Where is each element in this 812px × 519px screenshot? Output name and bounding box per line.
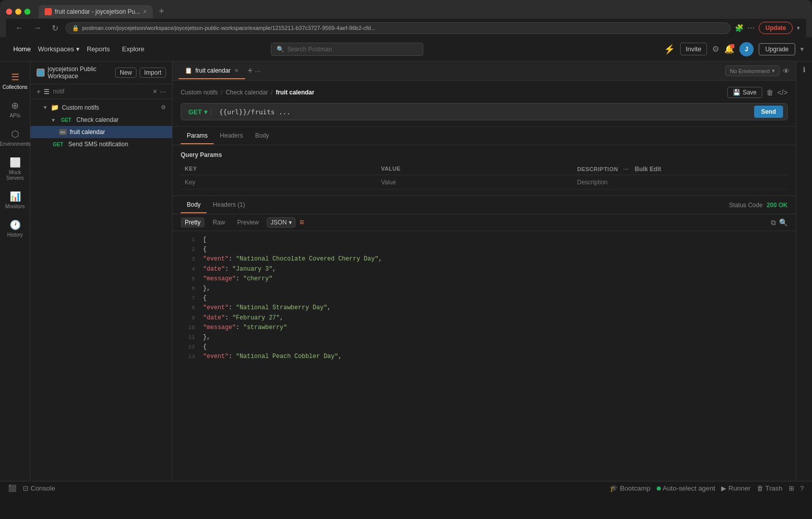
tab-fruit-calendar[interactable]: 📋 fruit calendar × — [179, 63, 245, 79]
search-bar[interactable]: 🔍 Search Postman — [271, 43, 423, 56]
extensions-btn[interactable]: 🧩 — [735, 24, 743, 32]
nav-explore[interactable]: Explore — [117, 43, 150, 55]
import-btn[interactable]: Import — [140, 68, 166, 78]
method-selector[interactable]: GET ▾ — [185, 108, 211, 116]
nav-home[interactable]: Home — [8, 43, 36, 55]
console-btn[interactable]: ⊡ Console — [23, 484, 55, 492]
collection-folder-custom-notifs[interactable]: ▼ 📁 Custom notifs ⚙ — [30, 101, 172, 114]
environments-icon: ⬡ — [11, 128, 19, 140]
upgrade-chevron[interactable]: ▾ — [800, 45, 804, 53]
search-response-btn[interactable]: 🔍 — [779, 218, 788, 227]
params-table: KEY VALUE DESCRIPTION ··· Bulk Edit — [181, 163, 788, 189]
save-btn[interactable]: 💾 Save — [727, 87, 762, 98]
description-input[interactable] — [577, 179, 784, 186]
collection-filter-input[interactable] — [53, 88, 150, 95]
sidebar-item-history[interactable]: 🕐 History — [1, 215, 29, 242]
req-tab-headers[interactable]: Headers — [214, 128, 249, 144]
sidebar-item-environments[interactable]: ⬡ Environments — [1, 124, 29, 151]
browser-tab-title: fruit calendar - joycejetson Pu... — [55, 8, 140, 15]
request-tabs: Params Headers Body — [173, 127, 796, 145]
workspace-name: joycejetson Public Workspace — [48, 66, 112, 80]
add-item-btn[interactable]: + — [37, 87, 41, 95]
method-badge-get: GET — [59, 117, 74, 123]
res-tab-headers[interactable]: Headers (1) — [207, 197, 251, 213]
sidebar-item-mock-servers[interactable]: ⬜ Mock Servers — [1, 153, 29, 185]
new-btn[interactable]: New — [115, 68, 137, 78]
req-tab-body[interactable]: Body — [249, 128, 275, 144]
upgrade-btn[interactable]: Upgrade — [759, 43, 795, 55]
key-input[interactable] — [185, 179, 373, 186]
chevron-down-icon: ▼ — [43, 105, 48, 110]
notifications-icon-btn[interactable]: 🔔 — [724, 44, 734, 54]
update-button[interactable]: Update — [759, 22, 793, 34]
traffic-light-green[interactable] — [24, 9, 30, 15]
bulk-edit-btn[interactable]: Bulk Edit — [635, 166, 661, 173]
sidebar-item-apis[interactable]: ⊕ APIs — [1, 96, 29, 122]
tab-new-btn[interactable]: + — [245, 66, 255, 76]
settings-icon-btn[interactable]: ⚙ — [712, 44, 719, 54]
browser-tab-close[interactable]: × — [143, 8, 147, 15]
browser-tab-active[interactable]: fruit calendar - joycejetson Pu... × — [39, 5, 153, 18]
nav-back-btn[interactable]: ← — [12, 22, 26, 34]
tab-close-btn[interactable]: × — [233, 67, 239, 74]
address-bar[interactable]: 🔒 postman.com/joycejetson/workspace/joyc… — [65, 22, 731, 34]
line-number: 11 — [181, 333, 195, 342]
activity-icon-btn[interactable]: ⚡ — [664, 44, 675, 55]
send-btn[interactable]: Send — [754, 106, 783, 118]
delete-btn[interactable]: 🗑 — [766, 88, 773, 96]
line-number: 12 — [181, 342, 195, 352]
sidebar-item-monitors[interactable]: 📊 Monitors — [1, 187, 29, 213]
req-tab-params[interactable]: Params — [181, 128, 214, 144]
params-more-btn[interactable]: ··· — [623, 165, 629, 173]
help-btn[interactable]: ? — [800, 484, 804, 492]
avatar[interactable]: J — [739, 42, 754, 56]
code-btn[interactable]: </> — [777, 88, 788, 96]
browser-tab-new[interactable]: + — [155, 4, 168, 19]
eye-btn[interactable]: 👁 — [783, 67, 790, 75]
env-selector[interactable]: No Environment ▾ — [725, 66, 780, 76]
code-line: 8 "event": "National Strawberry Day", — [173, 303, 796, 313]
collections-icon: ☰ — [11, 72, 19, 83]
wrap-btn[interactable]: ≡ — [299, 218, 304, 227]
format-pretty-btn[interactable]: Pretty — [181, 217, 205, 228]
nav-forward-btn[interactable]: → — [30, 22, 45, 34]
agent-btn[interactable]: Auto-select agent — [657, 484, 716, 492]
nav-reports[interactable]: Reports — [82, 43, 115, 55]
bootcamp-btn[interactable]: 🎓 Bootcamp — [610, 484, 651, 492]
info-btn[interactable]: ℹ — [803, 66, 805, 74]
line-content: "event": "National Peach Cobbler Day", — [203, 352, 342, 362]
line-content: "message": "cherry" — [203, 274, 273, 284]
code-line: 4 "date": "January 3", — [173, 265, 796, 274]
trash-btn[interactable]: 🗑 Trash — [757, 484, 783, 492]
response-area: Body Headers (1) Status Code 200 OK Pret… — [173, 196, 796, 481]
more-options-btn[interactable]: ··· — [160, 87, 166, 95]
sidebar-item-collections[interactable]: ☰ Collections — [1, 68, 29, 94]
copy-btn[interactable]: ⧉ — [771, 218, 776, 227]
value-input[interactable] — [381, 179, 569, 186]
status-info: Status Code 200 OK — [729, 202, 788, 209]
right-sidebar: ℹ — [796, 61, 812, 481]
traffic-light-yellow[interactable] — [15, 9, 21, 15]
collection-item-fruit-calendar[interactable]: ex fruit calendar — [30, 126, 172, 138]
toggle-sidebar-btn[interactable]: ⬛ — [8, 484, 17, 492]
params-row-empty — [181, 175, 788, 189]
expand-btn[interactable]: ⊞ — [789, 484, 794, 492]
clear-search-btn[interactable]: × — [153, 87, 157, 95]
collection-item-send-sms[interactable]: GET Send SMS notification — [30, 138, 172, 150]
update-chevron[interactable]: ▾ — [797, 24, 800, 31]
url-input[interactable] — [215, 107, 750, 117]
line-number: 6 — [181, 284, 195, 294]
format-preview-btn[interactable]: Preview — [233, 217, 263, 228]
runner-btn[interactable]: ▶ Runner — [721, 484, 751, 492]
format-raw-btn[interactable]: Raw — [209, 217, 229, 228]
col-key: KEY — [181, 163, 377, 175]
traffic-light-red[interactable] — [6, 9, 12, 15]
more-tools-btn[interactable]: ⋯ — [748, 24, 755, 32]
tab-more-btn[interactable]: ··· — [255, 67, 261, 75]
nav-reload-btn[interactable]: ↻ — [49, 22, 61, 34]
nav-workspaces[interactable]: Workspaces ▾ — [38, 45, 80, 53]
invite-btn[interactable]: Invite — [680, 43, 707, 55]
collection-item-check-calendar[interactable]: ▼ GET Check calendar — [30, 114, 172, 126]
res-tab-body[interactable]: Body — [181, 197, 207, 213]
format-type-selector[interactable]: JSON ▾ — [267, 217, 295, 228]
